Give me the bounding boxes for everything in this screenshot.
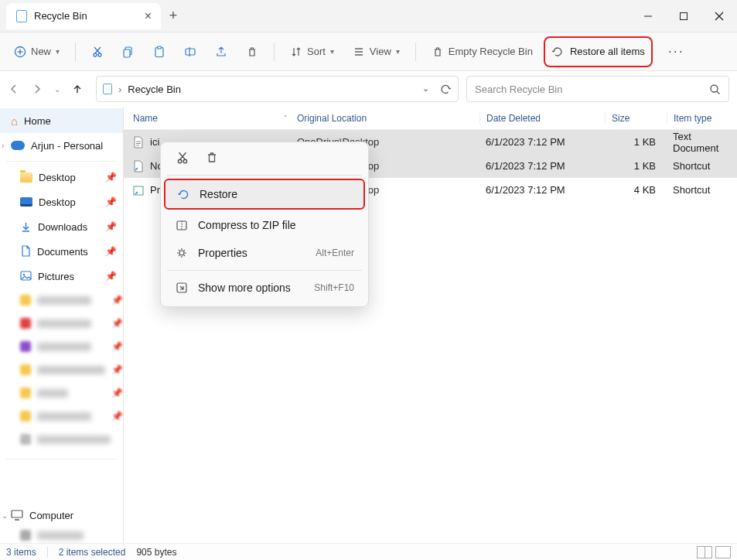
- sidebar-item-hidden[interactable]: 📌: [0, 289, 123, 312]
- column-original-location[interactable]: Original Location: [297, 113, 479, 124]
- svg-point-31: [183, 159, 187, 163]
- column-label: Original Location: [297, 113, 367, 124]
- column-label: Date Deleted: [486, 113, 541, 124]
- paste-button[interactable]: [145, 38, 173, 66]
- refresh-button[interactable]: [440, 84, 452, 95]
- new-button[interactable]: New ▾: [6, 38, 67, 66]
- cut-button[interactable]: [84, 38, 111, 66]
- file-size: 4 KB: [634, 184, 656, 196]
- shortcut-icon: [133, 184, 144, 196]
- sidebar-item-desktop[interactable]: Desktop 📌: [0, 165, 123, 190]
- rename-button[interactable]: [176, 38, 204, 66]
- forward-button[interactable]: [31, 83, 43, 95]
- sidebar-item-onedrive-personal[interactable]: › Arjun - Personal: [0, 133, 123, 158]
- chevron-down-icon[interactable]: ⌄: [2, 511, 8, 520]
- delete-button[interactable]: [238, 38, 266, 66]
- column-date-deleted[interactable]: Date Deleted: [479, 113, 605, 124]
- address-bar[interactable]: › Recycle Bin ⌄: [96, 76, 459, 102]
- sidebar-item-hidden[interactable]: 📌: [0, 312, 123, 335]
- sort-label: Sort: [307, 46, 326, 57]
- copy-button[interactable]: [114, 38, 142, 66]
- view-icon: [353, 46, 365, 58]
- divider: [6, 161, 117, 162]
- sidebar: ⌂ Home › Arjun - Personal Desktop 📌 Desk…: [0, 107, 124, 543]
- sidebar-item-hidden[interactable]: [0, 428, 123, 451]
- empty-recycle-bin-button[interactable]: Empty Recycle Bin: [424, 38, 541, 66]
- details-view-button[interactable]: [697, 546, 712, 558]
- more-button[interactable]: ···: [660, 38, 692, 66]
- breadcrumb-location: Recycle Bin: [128, 84, 181, 95]
- recent-locations-button[interactable]: ⌄: [54, 85, 60, 94]
- shortcut-label: Alt+Enter: [316, 248, 354, 258]
- sidebar-item-hidden[interactable]: 📌: [0, 358, 123, 381]
- breadcrumb[interactable]: Recycle Bin: [128, 84, 181, 95]
- sidebar-item-hidden[interactable]: 📌: [0, 335, 123, 358]
- sidebar-item-hidden[interactable]: [0, 528, 123, 543]
- cut-icon[interactable]: [175, 150, 190, 166]
- sidebar-item-desktop-2[interactable]: Desktop 📌: [0, 190, 123, 214]
- context-menu-compress[interactable]: Compress to ZIP file: [164, 211, 365, 239]
- restore-all-label: Restore all items: [570, 46, 645, 57]
- add-tab-button[interactable]: +: [161, 8, 186, 24]
- empty-label: Empty Recycle Bin: [449, 46, 533, 57]
- column-headers: Name ˄ Original Location Date Deleted Si…: [124, 107, 737, 130]
- svg-point-20: [711, 85, 718, 92]
- onedrive-icon: [11, 141, 25, 150]
- sidebar-item-label: Computer: [29, 510, 73, 521]
- desktop-icon: [20, 197, 32, 207]
- item-type: Shortcut: [673, 184, 710, 196]
- sidebar-item-computer[interactable]: ⌄ Computer: [0, 503, 123, 528]
- sidebar-item-label: Documents: [37, 246, 88, 258]
- address-dropdown-button[interactable]: ⌄: [422, 84, 429, 95]
- text-file-icon: [133, 136, 144, 149]
- context-menu-show-more[interactable]: Show more options Shift+F10: [164, 274, 365, 302]
- view-label: View: [370, 46, 391, 57]
- sidebar-item-hidden[interactable]: 📌: [0, 381, 123, 405]
- date-deleted: 6/1/2023 7:12 PM: [486, 184, 565, 196]
- delete-icon[interactable]: [204, 150, 220, 166]
- context-menu-restore[interactable]: Restore: [164, 179, 365, 210]
- pin-icon: 📌: [105, 246, 117, 257]
- context-menu-properties[interactable]: Properties Alt+Enter: [164, 239, 365, 267]
- sort-icon: [290, 46, 302, 58]
- svg-point-23: [23, 274, 25, 275]
- more-icon: ···: [668, 43, 684, 60]
- minimize-button[interactable]: [630, 0, 666, 32]
- column-size[interactable]: Size: [605, 113, 667, 124]
- svg-rect-15: [186, 49, 195, 55]
- share-button[interactable]: [207, 38, 235, 66]
- file-name: Pr: [150, 184, 160, 196]
- close-window-button[interactable]: [701, 0, 737, 32]
- chevron-right-icon[interactable]: ›: [2, 142, 4, 150]
- sidebar-item-downloads[interactable]: Downloads 📌: [0, 214, 123, 239]
- close-tab-icon[interactable]: ×: [145, 9, 152, 23]
- nav-row: ⌄ › Recycle Bin ⌄ Search Recycle Bin: [0, 71, 737, 107]
- folder-icon: [20, 172, 32, 183]
- maximize-button[interactable]: [666, 0, 701, 32]
- sidebar-item-pictures[interactable]: Pictures 📌: [0, 264, 123, 289]
- thumbnails-view-button[interactable]: [715, 546, 731, 558]
- file-size: 1 KB: [634, 160, 656, 172]
- search-input[interactable]: Search Recycle Bin: [466, 76, 729, 102]
- new-label: New: [31, 46, 51, 57]
- sidebar-item-hidden[interactable]: 📌: [0, 405, 123, 428]
- restore-all-items-button[interactable]: Restore all items: [544, 36, 653, 67]
- sidebar-item-documents[interactable]: Documents 📌: [0, 239, 123, 264]
- file-name: ici: [150, 136, 159, 148]
- svg-line-21: [717, 91, 720, 94]
- pin-icon: 📌: [105, 196, 117, 207]
- column-name[interactable]: Name ˄: [133, 113, 297, 124]
- tab-recycle-bin[interactable]: Recycle Bin ×: [6, 3, 161, 29]
- view-button[interactable]: View ▾: [345, 38, 408, 66]
- back-button[interactable]: [8, 83, 20, 95]
- search-placeholder: Search Recycle Bin: [475, 84, 562, 95]
- shortcut-icon: [133, 160, 144, 172]
- sort-button[interactable]: Sort ▾: [282, 38, 342, 66]
- chevron-down-icon: ▾: [330, 47, 334, 56]
- column-item-type[interactable]: Item type: [667, 113, 737, 124]
- pictures-icon: [20, 271, 32, 282]
- tab-label: Recycle Bin: [34, 10, 87, 22]
- up-button[interactable]: [71, 83, 84, 95]
- show-more-icon: [175, 282, 189, 294]
- sidebar-item-home[interactable]: ⌂ Home: [0, 108, 123, 133]
